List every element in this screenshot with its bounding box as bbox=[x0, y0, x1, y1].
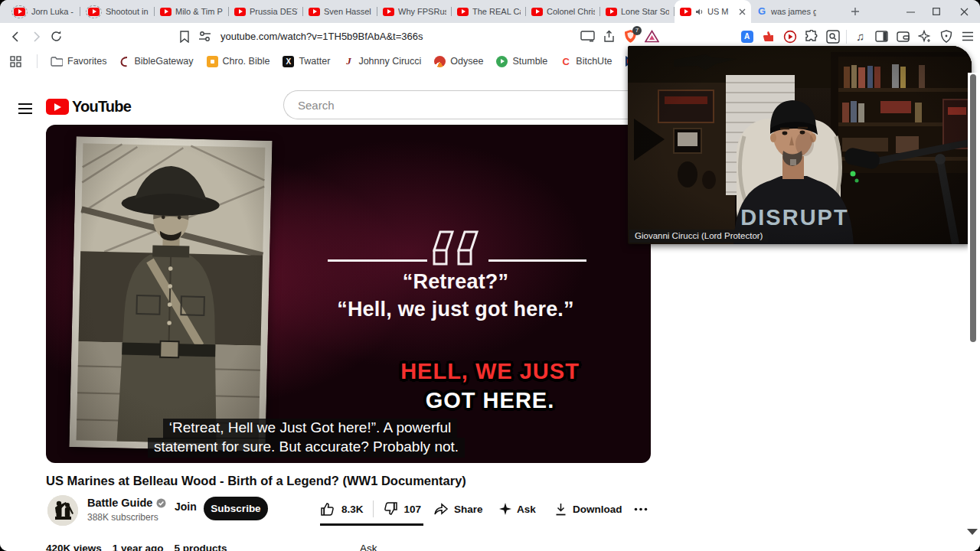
download-button[interactable]: Download bbox=[554, 497, 622, 521]
quote-icon bbox=[433, 230, 480, 269]
brave-shield-icon[interactable]: 7 bbox=[622, 28, 639, 45]
quote-divider-left bbox=[328, 259, 427, 262]
like-ratio-bar bbox=[320, 523, 423, 526]
forward-icon[interactable] bbox=[26, 27, 46, 47]
tab-title: was james g bbox=[771, 7, 816, 16]
video-quote-line2: “Hell, we just got here.” bbox=[260, 298, 651, 321]
tab-audio-icon[interactable] bbox=[695, 8, 704, 16]
tab-title: US M bbox=[707, 7, 735, 16]
join-button[interactable]: Join bbox=[175, 500, 197, 513]
reading-mode-icon[interactable] bbox=[580, 28, 596, 45]
closed-caption-line1: ‘Retreat, Hell we Just Got here!”. A pow… bbox=[163, 419, 458, 439]
quote-divider-right bbox=[488, 259, 586, 262]
subscribe-button[interactable]: Subscribe bbox=[204, 497, 268, 520]
media-control-icon[interactable]: ♫ bbox=[852, 28, 868, 45]
tab-loading-spinner bbox=[86, 5, 102, 18]
video-caption-top: HELL, WE JUST bbox=[299, 359, 651, 384]
tab-title: Milo & Tim P bbox=[175, 7, 224, 16]
browser-tab[interactable]: G was james g bbox=[751, 0, 822, 23]
ask-button[interactable]: Ask bbox=[499, 497, 536, 521]
more-actions-button[interactable] bbox=[634, 497, 648, 521]
vpn-shield-icon[interactable] bbox=[938, 28, 954, 45]
url-text[interactable]: youtube.com/watch?v=1TH5b9BfAbA&t=366s bbox=[220, 31, 423, 42]
menu-icon[interactable] bbox=[959, 28, 975, 45]
youtube-favicon bbox=[680, 8, 691, 16]
bookmark-bitchute[interactable]: C BitchUte bbox=[560, 56, 612, 67]
tab-strip: Jorn Luka - Y Shootout in t Milo & Tim P… bbox=[0, 0, 980, 23]
participant-name-tag: Giovanni Cirucci (Lord Protector) bbox=[629, 230, 768, 243]
extensions-puzzle-icon[interactable] bbox=[803, 28, 819, 45]
browser-tab[interactable]: Sven Hassel bbox=[303, 0, 377, 23]
tab-title: Jorn Luka - Y bbox=[31, 7, 75, 16]
browser-tab[interactable]: The REAL Ca bbox=[452, 0, 526, 23]
bookmark-stumble[interactable]: Stumble bbox=[496, 56, 547, 67]
youtube-favicon bbox=[383, 8, 394, 16]
search-tab-extension-icon[interactable] bbox=[825, 28, 841, 45]
bookmark-odysee[interactable]: Odysee bbox=[434, 56, 483, 67]
more-dots-icon bbox=[634, 507, 648, 511]
shield-badge: 7 bbox=[632, 26, 642, 35]
scrollbar-thumb[interactable] bbox=[970, 74, 976, 342]
brave-rewards-icon[interactable] bbox=[644, 28, 660, 45]
view-count: 420K views bbox=[46, 543, 102, 551]
like-icon[interactable] bbox=[320, 501, 335, 517]
closed-caption-line2-wrap: statement for sure. But accurate? Probab… bbox=[46, 438, 609, 458]
window-minimize-button[interactable] bbox=[897, 0, 923, 23]
browser-tab[interactable]: Colonel Chris bbox=[526, 0, 600, 23]
new-tab-button[interactable] bbox=[847, 3, 864, 20]
folder-icon bbox=[51, 57, 63, 67]
video-player[interactable]: “Retreat?” “Hell, we just got here.” HEL… bbox=[46, 125, 651, 463]
closed-caption-line2: statement for sure. But accurate? Probab… bbox=[148, 438, 465, 458]
reload-icon[interactable] bbox=[46, 27, 66, 47]
translate-extension-icon[interactable]: A bbox=[739, 28, 755, 45]
browser-tab[interactable]: Prussia DEST bbox=[229, 0, 303, 23]
browser-tab[interactable]: Shootout in t bbox=[80, 0, 155, 23]
channel-avatar[interactable] bbox=[47, 495, 78, 526]
channel-name: Battle Guide bbox=[87, 497, 152, 509]
youtube-favicon bbox=[234, 8, 246, 16]
tab-title: Shootout in t bbox=[106, 7, 149, 16]
bookmark-johnny-cirucci[interactable]: J Johnny Cirucci bbox=[343, 55, 421, 67]
youtube-favicon bbox=[88, 8, 100, 16]
side-panel-icon[interactable] bbox=[874, 28, 890, 45]
youtube-menu-icon[interactable] bbox=[18, 103, 32, 114]
window-maximize-button[interactable] bbox=[923, 0, 949, 23]
bookmark-biblegateway[interactable]: BibleGateway bbox=[119, 56, 193, 67]
chro-bible-icon bbox=[207, 56, 218, 67]
browser-tab[interactable]: Why FPSRus bbox=[377, 0, 452, 23]
search-input[interactable] bbox=[283, 90, 674, 119]
back-icon[interactable] bbox=[6, 27, 26, 47]
browser-tab-active[interactable]: US M bbox=[675, 0, 751, 23]
bookmark-icon[interactable] bbox=[175, 27, 194, 47]
toolbar-divider bbox=[846, 30, 847, 44]
like-dislike-divider bbox=[373, 500, 374, 517]
share-icon[interactable] bbox=[601, 28, 617, 45]
tab-title: Sven Hassel bbox=[324, 7, 372, 16]
biblegateway-icon bbox=[119, 56, 129, 67]
webcam-overlay[interactable]: DISRUPT Giovanni Cirucci (Lord Protector… bbox=[628, 46, 972, 244]
youtube-logo[interactable]: YouTube bbox=[46, 98, 131, 116]
browser-tab[interactable]: Lone Star So bbox=[600, 0, 675, 23]
play-circle-extension-icon[interactable] bbox=[782, 28, 798, 45]
bitchute-icon: C bbox=[560, 56, 571, 67]
bookmark-chro-bible[interactable]: Chro. Bible bbox=[207, 56, 270, 67]
dislike-icon[interactable] bbox=[383, 501, 398, 517]
tab-close-icon[interactable] bbox=[739, 8, 746, 15]
apps-grid-icon[interactable] bbox=[8, 53, 24, 70]
return-dislike-extension-icon[interactable] bbox=[760, 28, 776, 45]
google-favicon: G bbox=[756, 6, 767, 17]
browser-tab[interactable]: Jorn Luka - Y bbox=[6, 0, 80, 23]
leo-ai-sparkle-icon[interactable] bbox=[916, 28, 933, 45]
brave-wallet-icon[interactable] bbox=[895, 28, 911, 45]
channel-name-row[interactable]: Battle Guide bbox=[87, 497, 166, 509]
site-settings-icon[interactable] bbox=[194, 27, 214, 47]
products-count: 5 products bbox=[175, 543, 227, 551]
bookmark-favorites[interactable]: Favorites bbox=[51, 56, 106, 67]
bookmark-twatter[interactable]: X Twatter bbox=[283, 56, 330, 67]
like-dislike-group: 8.3K 107 bbox=[320, 497, 421, 521]
share-button[interactable]: Share bbox=[433, 497, 483, 521]
youtube-logo-icon bbox=[46, 99, 69, 115]
scrollbar-down-arrow[interactable] bbox=[967, 529, 978, 535]
window-close-button[interactable] bbox=[951, 0, 977, 23]
browser-tab[interactable]: Milo & Tim P bbox=[155, 0, 229, 23]
